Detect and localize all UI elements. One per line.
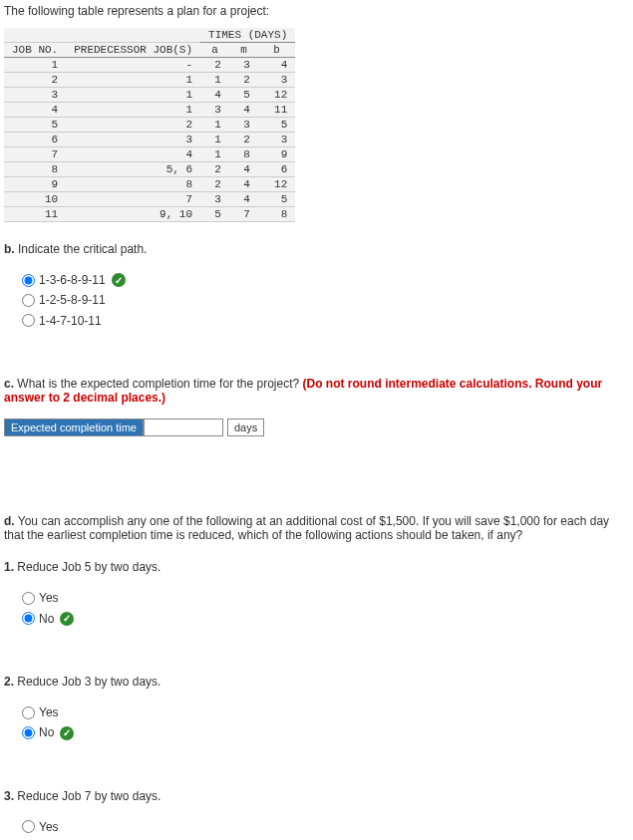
yes-no-label: Yes	[39, 702, 59, 722]
table-row: 74189	[4, 147, 295, 162]
col-m: m	[229, 43, 258, 58]
cell-b: 4	[258, 58, 295, 73]
cell-b: 6	[258, 162, 295, 177]
critical-path-radio[interactable]	[22, 294, 35, 307]
yes-no-radio[interactable]	[22, 726, 35, 739]
cell-m: 2	[229, 133, 258, 147]
yes-no-option: No✓	[22, 609, 629, 629]
cell-a: 4	[200, 88, 229, 103]
sub-number: 3.	[4, 789, 17, 803]
times-header: TIMES (DAYS)	[200, 28, 295, 43]
cell-m: 3	[229, 118, 258, 133]
table-row: 107345	[4, 192, 295, 207]
critical-path-option: 1-4-7-10-11	[22, 311, 629, 331]
cell-a: 3	[200, 192, 229, 207]
yes-no-label: Yes	[39, 817, 59, 837]
cell-pred: 2	[66, 118, 200, 133]
part-d: d. You can accomplish any one of the fol…	[4, 514, 629, 542]
cell-b: 3	[258, 73, 295, 88]
sub-question: Reduce Job 7 by two days.	[17, 789, 160, 803]
cell-m: 4	[229, 103, 258, 118]
yes-no-radio[interactable]	[22, 820, 35, 833]
part-b-letter: b.	[4, 242, 15, 256]
cell-pred: 7	[66, 192, 200, 207]
cell-job: 6	[4, 133, 66, 147]
cell-job: 8	[4, 162, 66, 177]
cell-job: 5	[4, 118, 66, 133]
yes-no-label: Yes	[39, 588, 59, 608]
part-d-sub: 2. Reduce Job 3 by two days.	[4, 675, 629, 689]
cell-m: 4	[229, 177, 258, 192]
yes-no-radio[interactable]	[22, 592, 35, 605]
yes-no-radio[interactable]	[22, 706, 35, 719]
cell-pred: 1	[66, 88, 200, 103]
sub-question: Reduce Job 3 by two days.	[17, 675, 160, 689]
cell-a: 1	[200, 118, 229, 133]
table-row: 52135	[4, 118, 295, 133]
cell-job: 10	[4, 192, 66, 207]
cell-job: 4	[4, 103, 66, 118]
critical-path-label: 1-4-7-10-11	[39, 311, 102, 331]
part-d-letter: d.	[4, 514, 15, 528]
col-pred: PREDECESSOR JOB(S)	[66, 43, 200, 58]
part-c-answer-row: Expected completion time days	[4, 419, 629, 436]
cell-b: 12	[258, 177, 295, 192]
table-row: 63123	[4, 133, 295, 147]
cell-m: 4	[229, 162, 258, 177]
sub-number: 2.	[4, 675, 17, 689]
cell-pred: 8	[66, 177, 200, 192]
cell-m: 4	[229, 192, 258, 207]
cell-pred: -	[66, 58, 200, 73]
cell-pred: 1	[66, 73, 200, 88]
cell-job: 11	[4, 207, 66, 222]
part-c-prompt: What is the expected completion time for…	[17, 377, 302, 391]
part-d-prompt: You can accomplish any one of the follow…	[4, 514, 609, 542]
part-c-letter: c.	[4, 377, 14, 391]
cell-b: 5	[258, 192, 295, 207]
yes-no-label: No	[39, 609, 54, 629]
critical-path-label: 1-2-5-8-9-11	[39, 290, 106, 310]
cell-job: 9	[4, 177, 66, 192]
cell-m: 5	[229, 88, 258, 103]
cell-job: 2	[4, 73, 66, 88]
part-b: b. Indicate the critical path.	[4, 242, 629, 256]
table-row: 314512	[4, 88, 295, 103]
sub-question: Reduce Job 5 by two days.	[17, 560, 160, 574]
cell-pred: 3	[66, 133, 200, 147]
cell-pred: 5, 6	[66, 162, 200, 177]
cell-m: 2	[229, 73, 258, 88]
table-row: 982412	[4, 177, 295, 192]
yes-no-radio[interactable]	[22, 612, 35, 625]
cell-job: 7	[4, 147, 66, 162]
critical-path-radio[interactable]	[22, 274, 35, 287]
critical-path-label: 1-3-6-8-9-11	[39, 270, 106, 290]
part-d-sub: 1. Reduce Job 5 by two days.	[4, 560, 629, 574]
cell-b: 5	[258, 118, 295, 133]
yes-no-label: No	[39, 722, 54, 742]
critical-path-option: 1-3-6-8-9-11✓	[22, 270, 629, 290]
yes-no-option: Yes	[22, 702, 629, 722]
cell-pred: 9, 10	[66, 207, 200, 222]
checkmark-icon: ✓	[60, 612, 74, 626]
table-row: 21123	[4, 73, 295, 88]
part-d-sub: 3. Reduce Job 7 by two days.	[4, 789, 629, 803]
cell-a: 2	[200, 162, 229, 177]
cell-a: 2	[200, 177, 229, 192]
critical-path-radio[interactable]	[22, 314, 35, 327]
cell-job: 3	[4, 88, 66, 103]
cell-a: 1	[200, 147, 229, 162]
part-b-prompt: Indicate the critical path.	[18, 242, 147, 256]
table-row: 413411	[4, 103, 295, 118]
checkmark-icon: ✓	[112, 273, 126, 287]
cell-b: 9	[258, 147, 295, 162]
cell-m: 7	[229, 207, 258, 222]
cell-b: 8	[258, 207, 295, 222]
expected-time-input[interactable]	[144, 419, 223, 436]
col-b: b	[258, 43, 295, 58]
cell-a: 3	[200, 103, 229, 118]
cell-job: 1	[4, 58, 66, 73]
table-row: 85, 6246	[4, 162, 295, 177]
cell-b: 12	[258, 88, 295, 103]
cell-b: 11	[258, 103, 295, 118]
cell-m: 8	[229, 147, 258, 162]
